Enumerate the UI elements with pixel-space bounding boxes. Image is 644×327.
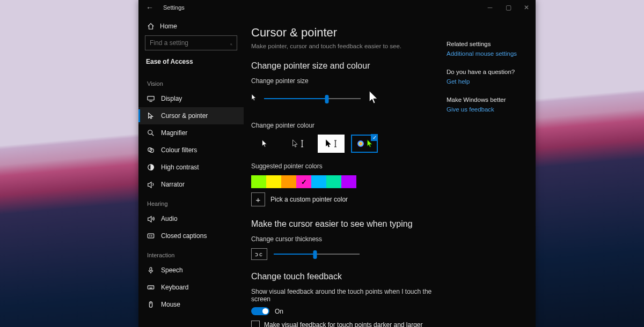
main-area: Cursor & pointer Make pointer, cursor an… bbox=[244, 15, 536, 327]
narrator-icon bbox=[147, 181, 155, 188]
sidebar-item-label: Colour filters bbox=[161, 146, 197, 154]
heading-touch: Change touch feedback bbox=[251, 272, 434, 281]
svg-rect-7 bbox=[150, 267, 152, 271]
color-swatch[interactable] bbox=[326, 175, 341, 188]
back-button[interactable]: ← bbox=[146, 3, 153, 12]
sidebar: Home Ease of Access VisionDisplayCursor … bbox=[138, 15, 244, 327]
maximize-button[interactable]: ▢ bbox=[499, 0, 517, 15]
close-button[interactable]: ✕ bbox=[517, 0, 536, 15]
svg-rect-6 bbox=[148, 234, 153, 238]
display-icon bbox=[147, 95, 155, 102]
search-input[interactable] bbox=[150, 39, 230, 47]
pointer-small-icon bbox=[251, 94, 257, 103]
make-better-heading: Make Windows better bbox=[447, 96, 529, 103]
give-feedback-link[interactable]: Give us feedback bbox=[447, 106, 529, 113]
sidebar-item-cursor-pointer[interactable]: Cursor & pointer bbox=[138, 107, 244, 124]
get-help-link[interactable]: Get help bbox=[447, 78, 529, 85]
touch-darker-label: Make visual feedback for touch points da… bbox=[264, 321, 423, 327]
label-pointer-size: Change pointer size bbox=[251, 77, 434, 85]
sidebar-group-label: Hearing bbox=[138, 193, 244, 210]
sidebar-item-narrator[interactable]: Narrator bbox=[138, 176, 244, 193]
color-swatch[interactable] bbox=[266, 175, 281, 188]
sidebar-item-keyboard[interactable]: Keyboard bbox=[138, 279, 244, 296]
home-label: Home bbox=[160, 23, 177, 30]
question-heading: Do you have a question? bbox=[447, 69, 529, 75]
sidebar-item-label: Mouse bbox=[161, 301, 180, 308]
sidebar-item-mouse[interactable]: Mouse bbox=[138, 296, 244, 313]
svg-rect-1 bbox=[148, 96, 154, 100]
page-title: Cursor & pointer bbox=[251, 26, 434, 40]
sidebar-item-closed-captions[interactable]: Closed captions bbox=[138, 227, 244, 244]
touch-feedback-toggle[interactable] bbox=[251, 307, 269, 315]
svg-rect-8 bbox=[148, 286, 153, 289]
heading-cursor: Make the cursor easier to see when typin… bbox=[251, 219, 434, 229]
section-title: Ease of Access bbox=[138, 56, 244, 73]
high-contrast-icon bbox=[147, 164, 155, 171]
speech-icon bbox=[147, 266, 155, 274]
svg-point-10 bbox=[357, 140, 364, 147]
sidebar-item-label: Magnifier bbox=[161, 129, 187, 137]
search-box[interactable] bbox=[145, 35, 237, 50]
closed-captions-icon bbox=[147, 232, 155, 240]
cursor-icon bbox=[147, 112, 155, 120]
minimize-button[interactable]: ─ bbox=[481, 0, 499, 15]
sidebar-item-label: Speech bbox=[161, 266, 183, 274]
sidebar-item-magnifier[interactable]: Magnifier bbox=[138, 124, 244, 142]
additional-mouse-settings-link[interactable]: Additional mouse settings bbox=[447, 50, 529, 57]
keyboard-icon bbox=[147, 284, 155, 291]
label-pointer-color: Change pointer colour bbox=[251, 122, 434, 129]
settings-window: ← Settings ─ ▢ ✕ Home Ease of Acces bbox=[138, 0, 536, 327]
content: Cursor & pointer Make pointer, cursor an… bbox=[244, 15, 443, 327]
svg-point-0 bbox=[231, 44, 232, 45]
touch-darker-checkbox[interactable] bbox=[251, 321, 260, 327]
heading-size-color: Change pointer size and colour bbox=[251, 61, 434, 71]
pointer-color-option-black[interactable] bbox=[284, 135, 311, 153]
sidebar-item-label: High contrast bbox=[161, 164, 199, 171]
cursor-thickness-slider[interactable] bbox=[274, 250, 360, 258]
touch-feedback-desc: Show visual feedback around the touch po… bbox=[251, 288, 434, 303]
sidebar-group-label: Interaction bbox=[138, 244, 244, 262]
window-title: Settings bbox=[163, 4, 185, 11]
pointer-large-icon bbox=[368, 90, 379, 107]
sidebar-item-display[interactable]: Display bbox=[138, 90, 244, 107]
sidebar-item-label: Audio bbox=[161, 215, 178, 222]
color-swatch[interactable] bbox=[296, 175, 311, 188]
label-suggested-colors: Suggested pointer colors bbox=[251, 162, 434, 170]
related-settings-heading: Related settings bbox=[447, 41, 529, 47]
sidebar-group-label: Vision bbox=[138, 73, 244, 90]
color-filters-icon bbox=[147, 146, 155, 154]
sidebar-item-label: Keyboard bbox=[161, 284, 188, 291]
page-subtitle: Make pointer, cursor and touch feedback … bbox=[251, 43, 434, 49]
sidebar-item-colour-filters[interactable]: Colour filters bbox=[138, 142, 244, 159]
sidebar-item-high-contrast[interactable]: High contrast bbox=[138, 159, 244, 176]
titlebar: ← Settings ─ ▢ ✕ bbox=[138, 0, 536, 15]
color-swatch[interactable] bbox=[251, 175, 266, 188]
thickness-preview: ɔc bbox=[251, 248, 267, 260]
search-icon bbox=[230, 40, 232, 46]
audio-icon bbox=[147, 215, 155, 222]
color-swatch[interactable] bbox=[311, 175, 326, 188]
magnifier-icon bbox=[147, 129, 155, 137]
pick-custom-color-label: Pick a custom pointer color bbox=[270, 196, 348, 203]
color-swatch[interactable] bbox=[341, 175, 356, 188]
sidebar-item-audio[interactable]: Audio bbox=[138, 210, 244, 227]
sidebar-item-label: Closed captions bbox=[161, 232, 207, 240]
pick-custom-color-button[interactable]: + bbox=[251, 192, 265, 206]
sidebar-item-label: Cursor & pointer bbox=[161, 112, 208, 120]
svg-point-2 bbox=[148, 130, 152, 135]
home-icon bbox=[147, 23, 155, 30]
label-cursor-thickness: Change cursor thickness bbox=[251, 235, 434, 243]
right-rail: Related settings Additional mouse settin… bbox=[443, 15, 535, 327]
sidebar-item-speech[interactable]: Speech bbox=[138, 262, 244, 279]
home-link[interactable]: Home bbox=[138, 19, 244, 35]
pointer-color-option-inverted[interactable] bbox=[318, 135, 345, 153]
pointer-color-option-white[interactable] bbox=[251, 135, 278, 153]
sidebar-item-label: Narrator bbox=[161, 181, 185, 188]
touch-feedback-state: On bbox=[275, 308, 283, 315]
pointer-size-slider[interactable] bbox=[264, 94, 361, 103]
color-swatch[interactable] bbox=[281, 175, 296, 188]
pointer-color-option-custom[interactable] bbox=[351, 135, 378, 153]
sidebar-item-label: Display bbox=[161, 95, 182, 102]
mouse-icon bbox=[147, 301, 155, 308]
